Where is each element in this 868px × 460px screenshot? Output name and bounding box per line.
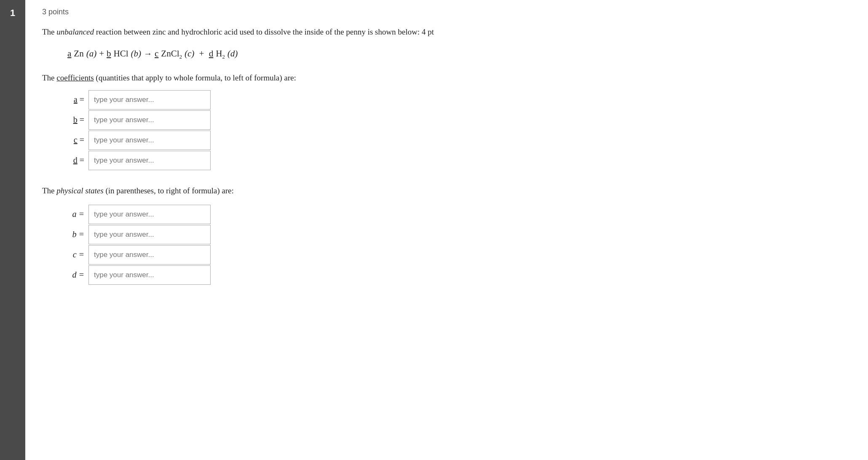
- reaction-h2: H2: [216, 48, 225, 60]
- question-content: 3 points The unbalanced reaction between…: [25, 0, 868, 460]
- phys-var-d: d =: [59, 270, 88, 280]
- reaction-c-state: (c): [185, 48, 194, 59]
- question-intro: The unbalanced reaction between zinc and…: [42, 26, 843, 38]
- coeff-label-after: (quantities that apply to whole formula,…: [94, 73, 296, 82]
- reaction-a-var: a: [67, 48, 71, 59]
- reaction-hcl: HCl: [114, 48, 129, 59]
- reaction-d-var: d: [209, 48, 214, 59]
- reaction-arrow: →: [144, 49, 152, 59]
- phys-input-b[interactable]: [88, 225, 211, 244]
- coefficients-answer-rows: a = b = c = d =: [59, 90, 843, 171]
- reaction-plus2: +: [197, 48, 206, 59]
- reaction-b-var: b: [107, 48, 111, 59]
- coeff-var-c: c =: [59, 135, 88, 145]
- question-number-bar: 1: [0, 0, 25, 460]
- intro-text-after: reaction between zinc and hydrochloric a…: [94, 27, 434, 36]
- phys-var-b: b =: [59, 230, 88, 239]
- coeff-row-b: b =: [59, 110, 843, 130]
- coeff-row-c: c =: [59, 131, 843, 150]
- points-label: 3 points: [42, 8, 843, 16]
- physical-answer-rows: a = b = c = d =: [59, 205, 843, 286]
- coefficients-label: The coefficients (quantities that apply …: [42, 73, 843, 83]
- coeff-input-c[interactable]: [88, 131, 211, 150]
- phys-input-c[interactable]: [88, 245, 211, 265]
- phys-row-d: d =: [59, 265, 843, 285]
- phys-row-a: a =: [59, 205, 843, 224]
- reaction-plus1: +: [99, 48, 104, 59]
- reaction-a-state: (a): [86, 48, 97, 59]
- coeff-input-b[interactable]: [88, 110, 211, 130]
- phys-label-after: (in parentheses, to right of formula) ar…: [104, 186, 234, 195]
- reaction-formula: a Zn (a) + b HCl (b) → c ZnCl2 (c) + d H…: [67, 48, 843, 60]
- reaction-b-state: (b): [131, 48, 142, 59]
- coeff-row-a: a =: [59, 90, 843, 110]
- reaction-zn: Zn: [74, 48, 83, 59]
- page-container: 1 3 points The unbalanced reaction betwe…: [0, 0, 868, 460]
- reaction-zncl2: ZnCl2: [161, 48, 182, 60]
- phys-row-c: c =: [59, 245, 843, 265]
- coeff-var-a: a =: [59, 95, 88, 104]
- coeff-input-d[interactable]: [88, 151, 211, 170]
- coeff-label-underline: coefficients: [56, 73, 94, 82]
- phys-var-c: c =: [59, 250, 88, 259]
- coeff-input-a[interactable]: [88, 90, 211, 110]
- phys-input-d[interactable]: [88, 265, 211, 285]
- phys-row-b: b =: [59, 225, 843, 244]
- phys-label-before: The: [42, 186, 56, 195]
- coeff-label-before: The: [42, 73, 56, 82]
- phys-var-a: a =: [59, 209, 88, 219]
- phys-label-italic: physical states: [56, 186, 103, 195]
- reaction-d-state: (d): [228, 48, 238, 59]
- intro-text-before: The: [42, 27, 56, 36]
- intro-italic: unbalanced: [56, 27, 94, 36]
- coeff-var-b: b =: [59, 115, 88, 125]
- question-number: 1: [10, 8, 15, 19]
- phys-input-a[interactable]: [88, 205, 211, 224]
- coeff-var-d: d =: [59, 155, 88, 165]
- physical-states-label: The physical states (in parentheses, to …: [42, 186, 843, 195]
- reaction-c-var: c: [155, 48, 158, 59]
- coeff-row-d: d =: [59, 151, 843, 170]
